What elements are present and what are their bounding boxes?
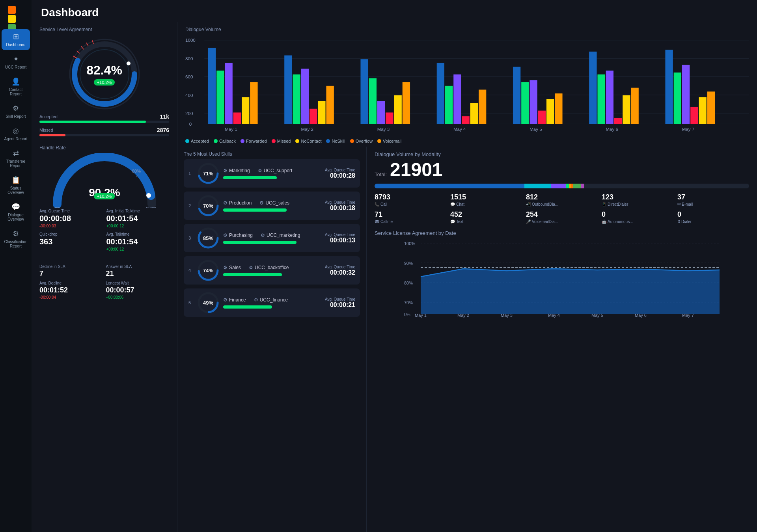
svg-text:1000: 1000: [185, 38, 196, 43]
svg-rect-62: [623, 95, 630, 124]
missed-label: Missed: [39, 128, 53, 132]
modality-callme: 71 ☎ Callme: [375, 210, 446, 224]
svg-text:May 1: May 1: [415, 313, 427, 318]
svg-text:May 4: May 4: [548, 313, 560, 318]
svg-text:80%: 80%: [132, 169, 141, 173]
skill-rank-3: 3: [188, 236, 193, 240]
svg-rect-49: [462, 116, 469, 124]
skill-queue-1: Avg. Queue Time 00:00:28: [325, 168, 355, 179]
app-logo: [6, 4, 26, 24]
svg-text:200: 200: [185, 111, 193, 116]
decline-label: Decline in SLA: [39, 264, 103, 269]
chart-legend: Accepted Callback Forwarded Missed: [185, 139, 749, 143]
svg-rect-40: [360, 59, 368, 124]
answer-label: Answer in SLA: [106, 264, 170, 269]
svg-rect-31: [233, 112, 241, 124]
skill-rank-4: 4: [188, 268, 193, 273]
svg-text:0: 0: [189, 122, 192, 126]
sla-gauge-center: 82.4% +10.2%: [86, 63, 122, 86]
svg-text:May 5: May 5: [530, 127, 542, 132]
svg-rect-41: [369, 78, 377, 124]
svg-point-9: [127, 61, 131, 65]
page-header: Dashboard: [32, 0, 757, 22]
svg-rect-58: [589, 52, 597, 124]
missed-progress: [39, 134, 169, 136]
svg-rect-52: [513, 67, 520, 124]
avg-decline-value: 00:01:52: [39, 286, 103, 294]
svg-text:100%: 100%: [146, 206, 157, 208]
modality-grid: 8793 📞 Call 1515 💬 Chat 812 📲 OutboundDi…: [375, 193, 749, 224]
sidebar-item-ucc-report[interactable]: ✦ UCC Report: [2, 52, 30, 73]
legend-voicemail: Voicemail: [377, 139, 401, 143]
legend-forwarded: Forwarded: [241, 139, 267, 143]
longest-wait-delta: +00:00:06: [106, 295, 170, 299]
sidebar-item-contact-report[interactable]: 👤 Contact Report: [2, 74, 30, 99]
missed-value: 2876: [157, 127, 169, 133]
sidebar-item-dialogue-overview[interactable]: 💬 Dialogue Overview: [2, 199, 30, 225]
svg-rect-69: [707, 91, 715, 124]
svg-rect-66: [682, 65, 690, 124]
skill-rank-2: 2: [188, 203, 193, 208]
right-panel: Dialogue Volume 1000 800 600 400 200 0: [177, 22, 757, 532]
avg-queue-delta: -00:00:03: [39, 224, 103, 228]
avg-talk-value: 00:01:54: [106, 237, 170, 246]
svg-text:70%: 70%: [404, 300, 413, 305]
svg-rect-47: [445, 86, 453, 124]
skill-pct-4: 74%: [203, 268, 213, 273]
avg-decline-delta: -00:00:04: [39, 295, 103, 299]
avg-queue-label: Avg. Queue Time: [39, 209, 103, 213]
missed-row: Missed 2876: [39, 127, 169, 133]
skill-queue-4: Avg. Queue Time 00:00:32: [325, 265, 355, 276]
modality-chat: 1515 💬 Chat: [450, 193, 522, 206]
left-panel: Service Level Agreement // Draw as stati…: [32, 22, 177, 532]
status-icon: 📋: [11, 176, 20, 184]
metrics-grid: Avg. Queue Time 00:00:08 -00:00:03 Avg. …: [39, 209, 169, 251]
svg-text:May 3: May 3: [377, 127, 390, 132]
quickdrop-metric: Quickdrop 363: [39, 232, 103, 251]
legend-noskill: NoSkill: [326, 139, 345, 143]
svg-rect-67: [690, 107, 698, 124]
main-content: Dashboard Service Level Agreement // Dra…: [32, 0, 757, 532]
sidebar-item-dashboard[interactable]: ⊞ Dashboard: [2, 29, 30, 50]
sidebar: ⊞ Dashboard ✦ UCC Report 👤 Contact Repor…: [0, 0, 32, 532]
skill-bar-5: [223, 305, 272, 309]
bar-chart-svg: 1000 800 600 400 200 0: [185, 35, 749, 133]
sla-stats-grid: Decline in SLA 7 Answer in SLA 21 Avg. D…: [39, 264, 169, 299]
svg-text:May 2: May 2: [301, 127, 313, 132]
handle-badge: +10.2%: [94, 193, 115, 199]
skill-queue-2: Avg. Queue Time 00:00:18: [325, 200, 355, 212]
modality-title: Dialogue Volume by Modality: [375, 151, 749, 157]
sidebar-item-transferee-report[interactable]: ⇄ Transferee Report: [2, 146, 30, 171]
legend-nocontact: NoContact: [295, 139, 321, 143]
skills-title: The 5 Most Used Skills: [184, 151, 360, 157]
modality-direct-dialer: 123 📱 DirectDialer: [602, 193, 673, 206]
modality-section: Dialogue Volume by Modality Total: 21901: [375, 151, 749, 224]
svg-rect-38: [318, 101, 325, 124]
svg-text:80%: 80%: [404, 281, 413, 285]
svg-rect-59: [597, 74, 605, 124]
sidebar-item-agent-report[interactable]: ◎ Agent Report: [2, 123, 30, 144]
modality-autonomous: 0 🤖 Autonomous...: [602, 210, 673, 224]
sidebar-item-skill-report[interactable]: ⚙ Skill Report: [2, 101, 30, 122]
svg-rect-61: [614, 118, 622, 124]
skill-rank-1: 1: [188, 171, 193, 176]
handle-rate-section: Handle Rate 0% 100% 80%: [39, 145, 169, 204]
avg-decline-label: Avg. Decline: [39, 281, 103, 285]
sla-section: Service Level Agreement // Draw as stati…: [39, 27, 169, 140]
avg-initial-value: 00:01:54: [106, 214, 170, 223]
legend-accepted: Accepted: [185, 139, 209, 143]
svg-rect-53: [521, 82, 529, 124]
accepted-row: Accepted 11k: [39, 113, 169, 120]
svg-rect-37: [310, 109, 317, 124]
longest-wait-value: 00:00:57: [106, 286, 170, 294]
svg-rect-36: [301, 69, 309, 124]
skill-circle-2: 70%: [197, 195, 219, 217]
answer-value: 21: [106, 270, 170, 278]
skill-queue-3: Avg. Queue Time 00:00:13: [325, 233, 355, 244]
handle-rate-title: Handle Rate: [39, 145, 169, 151]
sidebar-item-classification-report[interactable]: ⚙ Classification Report: [2, 226, 30, 251]
skill-info-1: ⚙ Marketing ⚙ UCC_support: [223, 168, 321, 179]
sidebar-item-status-overview[interactable]: 📋 Status Overview: [2, 173, 30, 198]
svg-rect-55: [538, 111, 546, 124]
svg-marker-97: [421, 269, 720, 314]
